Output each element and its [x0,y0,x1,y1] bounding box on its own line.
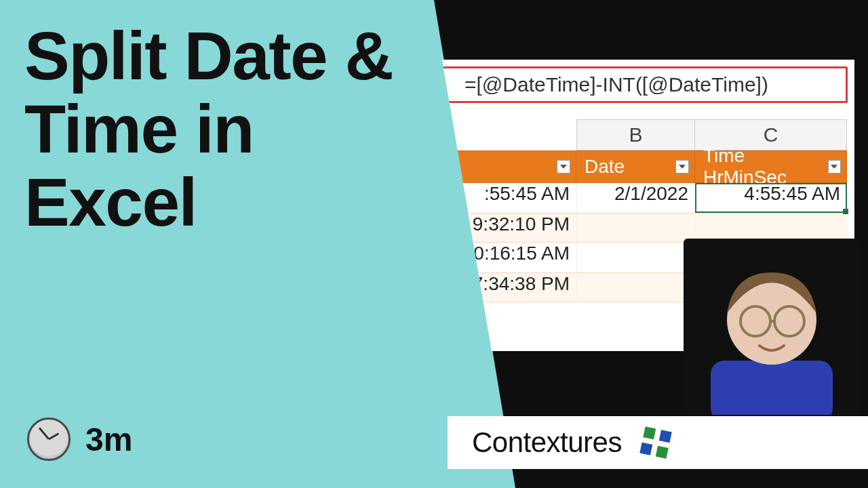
cell-b1[interactable]: 2/1/2022 [576,183,695,213]
formula-bar[interactable]: =[@DateTime]-INT([@DateTime]) [434,66,848,103]
svg-rect-8 [639,443,652,455]
person-icon [684,239,860,415]
svg-rect-6 [643,426,656,439]
cell-b3[interactable] [576,243,695,272]
title-line-2: Time in [24,92,393,165]
table-header-c-label: Time HrMinSec [703,145,828,188]
title-text: Split Date & Time in Excel [24,19,393,239]
table-header-c[interactable]: Time HrMinSec [695,150,847,183]
filter-dropdown-icon[interactable] [828,160,841,174]
brand-logo-icon [637,424,675,462]
filter-dropdown-icon[interactable] [675,160,689,174]
svg-rect-7 [659,430,672,443]
title-line-1: Split Date & [24,19,393,92]
presenter-photo [684,239,860,415]
brand-name: Contextures [472,426,622,459]
table-header-b[interactable]: Date [576,150,695,183]
svg-rect-9 [656,446,669,459]
selected-cell-outline [695,183,847,213]
clock-icon [27,418,71,461]
table-header-b-label: Date [585,156,625,178]
title-line-3: Excel [24,165,393,239]
svg-rect-1 [711,361,833,415]
thumbnail-stage: Split Date & Time in Excel 3m =[@DateTim… [0,0,868,488]
formula-text: =[@DateTime]-INT([@DateTime]) [465,73,768,96]
filter-dropdown-icon[interactable] [557,160,570,174]
duration-label: 3m [85,421,132,458]
cell-c2[interactable] [695,214,847,242]
cell-b4[interactable] [576,273,695,302]
duration-badge: 3m [27,418,132,461]
brand-bar: Contextures [448,416,868,469]
cell-b2[interactable] [576,214,695,242]
column-header-b[interactable]: B [576,119,695,150]
